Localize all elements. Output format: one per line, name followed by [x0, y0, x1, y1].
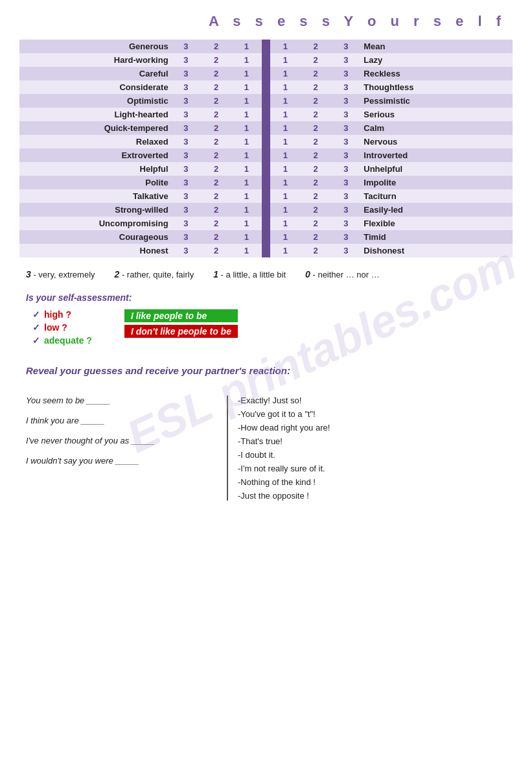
num-left-1: 1 — [231, 94, 262, 108]
trait-right: Impolite — [361, 176, 513, 189]
num-left-3: 3 — [171, 80, 202, 94]
trait-left: Quick-tempered — [19, 121, 171, 135]
num-left-1: 1 — [231, 67, 262, 80]
num-left-3: 3 — [171, 176, 202, 189]
num-right-2: 2 — [301, 135, 331, 148]
col-divider — [262, 203, 270, 217]
trait-left: Courageous — [19, 230, 171, 244]
num-left-1: 1 — [231, 148, 262, 162]
reactions-col: -Exactly! Just so!-You've got it to a "t… — [227, 396, 330, 501]
num-left-3: 3 — [171, 244, 202, 257]
table-row: Quick-tempered321123Calm — [19, 121, 513, 135]
num-right-1: 1 — [270, 108, 301, 121]
reaction-line: -Just the opposite ! — [238, 491, 330, 501]
num-left-2: 2 — [201, 244, 231, 257]
num-left-1: 1 — [231, 80, 262, 94]
trait-left: Careful — [19, 67, 171, 80]
num-left-2: 2 — [201, 121, 231, 135]
col-divider — [262, 94, 270, 108]
num-left-1: 1 — [231, 108, 262, 121]
num-right-1: 1 — [270, 53, 301, 67]
reaction-line: -How dead right you are! — [238, 423, 330, 432]
legend-2: 2 - rather, quite, fairly — [115, 269, 194, 279]
num-right-3: 3 — [331, 203, 362, 217]
num-right-3: 3 — [331, 94, 362, 108]
trait-right: Pessimistic — [361, 94, 513, 108]
trait-right: Nervous — [361, 135, 513, 148]
assessment-row: ✓ high ? ✓ low ? ✓ adequate ? I like peo… — [26, 309, 513, 346]
trait-left: Considerate — [19, 80, 171, 94]
num-left-3: 3 — [171, 217, 202, 230]
reaction-line: -You've got it to a "t"! — [238, 409, 330, 419]
like-boxes: I like people to be I don't like people … — [124, 309, 238, 338]
num-right-2: 2 — [301, 230, 331, 244]
num-left-1: 1 — [231, 189, 262, 203]
col-divider — [262, 244, 270, 257]
num-right-2: 2 — [301, 94, 331, 108]
num-left-3: 3 — [171, 162, 202, 176]
num-right-2: 2 — [301, 148, 331, 162]
trait-right: Dishonest — [361, 244, 513, 257]
high-item: ✓ high ? — [32, 309, 92, 320]
col-divider — [262, 67, 270, 80]
trait-left: Hard-working — [19, 53, 171, 67]
num-right-3: 3 — [331, 217, 362, 230]
num-left-3: 3 — [171, 230, 202, 244]
table-row: Relaxed321123Nervous — [19, 135, 513, 148]
like-box: I like people to be — [124, 309, 238, 322]
num-left-3: 3 — [171, 189, 202, 203]
num-right-1: 1 — [270, 80, 301, 94]
trait-right: Unhelpful — [361, 162, 513, 176]
trait-left: Light-hearted — [19, 108, 171, 121]
legend-3: 3 - very, extremely — [26, 269, 95, 279]
table-row: Talkative321123Taciturn — [19, 189, 513, 203]
reaction-line: -That's true! — [238, 436, 330, 446]
num-right-2: 2 — [301, 121, 331, 135]
num-left-3: 3 — [171, 121, 202, 135]
table-row: Strong-willed321123Easily-led — [19, 203, 513, 217]
trait-right: Calm — [361, 121, 513, 135]
num-right-2: 2 — [301, 176, 331, 189]
trait-left: Generous — [19, 40, 171, 53]
reaction-line: -I doubt it. — [238, 450, 330, 460]
num-right-3: 3 — [331, 135, 362, 148]
sentences-col: You seem to be _____I think you are ____… — [26, 389, 207, 501]
num-left-1: 1 — [231, 203, 262, 217]
col-divider — [262, 230, 270, 244]
num-right-2: 2 — [301, 67, 331, 80]
num-left-3: 3 — [171, 135, 202, 148]
num-right-1: 1 — [270, 94, 301, 108]
num-left-2: 2 — [201, 80, 231, 94]
table-row: Honest321123Dishonest — [19, 244, 513, 257]
num-right-1: 1 — [270, 148, 301, 162]
num-left-1: 1 — [231, 53, 262, 67]
sentence-line: I think you are _____ — [26, 416, 207, 425]
sentence-line: I've never thought of you as _____ — [26, 436, 207, 445]
num-left-2: 2 — [201, 40, 231, 53]
table-row: Considerate321123Thoughtless — [19, 80, 513, 94]
num-right-3: 3 — [331, 121, 362, 135]
num-right-2: 2 — [301, 80, 331, 94]
reaction-line: -Exactly! Just so! — [238, 396, 330, 405]
check-high: ✓ — [32, 309, 40, 320]
num-left-2: 2 — [201, 230, 231, 244]
num-right-3: 3 — [331, 189, 362, 203]
col-divider — [262, 176, 270, 189]
trait-left: Polite — [19, 176, 171, 189]
num-left-3: 3 — [171, 94, 202, 108]
num-left-1: 1 — [231, 40, 262, 53]
trait-right: Introverted — [361, 148, 513, 162]
trait-left: Relaxed — [19, 135, 171, 148]
adequate-item: ✓ adequate ? — [32, 335, 92, 346]
col-divider — [262, 40, 270, 53]
num-right-1: 1 — [270, 203, 301, 217]
traits-table: Generous321123MeanHard-working321123Lazy… — [19, 40, 513, 257]
num-left-1: 1 — [231, 176, 262, 189]
sentence-line: You seem to be _____ — [26, 396, 207, 405]
num-right-2: 2 — [301, 108, 331, 121]
reaction-line: -I'm not really sure of it. — [238, 464, 330, 473]
table-row: Careful321123Reckless — [19, 67, 513, 80]
trait-right: Serious — [361, 108, 513, 121]
table-row: Light-hearted321123Serious — [19, 108, 513, 121]
col-divider — [262, 121, 270, 135]
